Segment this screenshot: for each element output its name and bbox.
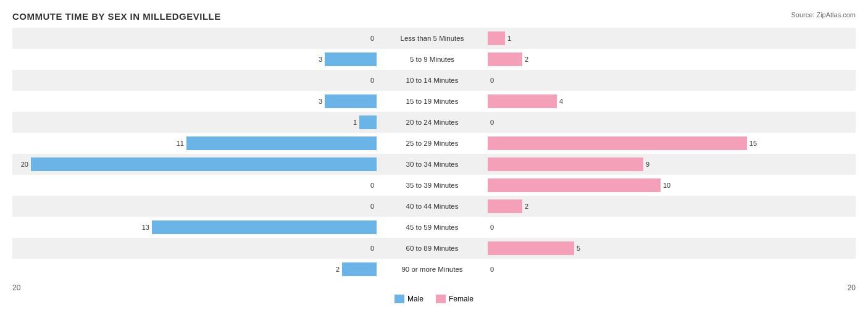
female-value: 15 bbox=[749, 140, 757, 147]
right-bar-area: 5 bbox=[488, 238, 852, 259]
row-label: Less than 5 Minutes bbox=[377, 35, 488, 42]
male-bar bbox=[152, 220, 377, 234]
axis-right: 20 bbox=[848, 283, 856, 292]
female-bar bbox=[488, 199, 522, 213]
row-label: 60 to 89 Minutes bbox=[377, 245, 488, 252]
female-value-zero: 0 bbox=[490, 119, 494, 126]
female-value: 1 bbox=[507, 35, 511, 42]
table-row: 290 or more Minutes0 bbox=[12, 259, 856, 280]
male-bar bbox=[186, 136, 377, 150]
right-bar-area: 1 bbox=[488, 28, 852, 49]
male-value: 3 bbox=[319, 98, 322, 105]
female-value: 10 bbox=[663, 182, 670, 189]
female-value: 4 bbox=[559, 98, 563, 105]
male-value-zero: 0 bbox=[370, 182, 374, 189]
male-value: 11 bbox=[177, 140, 184, 147]
chart-title: COMMUTE TIME BY SEX IN MILLEDGEVILLE bbox=[12, 11, 856, 22]
female-bar bbox=[488, 136, 747, 150]
table-row: 0Less than 5 Minutes1 bbox=[12, 28, 856, 49]
row-label: 25 to 29 Minutes bbox=[377, 140, 488, 147]
left-bar-area: 3 bbox=[12, 49, 377, 70]
row-label: 35 to 39 Minutes bbox=[377, 182, 488, 189]
table-row: 2030 to 34 Minutes9 bbox=[12, 154, 856, 175]
right-bar-area: 0 bbox=[488, 217, 852, 238]
left-bar-area: 1 bbox=[12, 112, 377, 133]
table-row: 35 to 9 Minutes2 bbox=[12, 49, 856, 70]
row-label: 15 to 19 Minutes bbox=[377, 98, 488, 105]
male-value: 1 bbox=[353, 119, 357, 126]
right-bar-area: 15 bbox=[488, 133, 852, 154]
row-label: 10 to 14 Minutes bbox=[377, 77, 488, 84]
table-row: 060 to 89 Minutes5 bbox=[12, 238, 856, 259]
left-bar-area: 0 bbox=[12, 70, 377, 91]
right-bar-area: 2 bbox=[488, 196, 852, 217]
legend-female-box bbox=[436, 295, 446, 303]
row-label: 90 or more Minutes bbox=[377, 266, 488, 273]
right-bar-area: 2 bbox=[488, 49, 852, 70]
female-bar bbox=[488, 178, 661, 192]
table-row: 1345 to 59 Minutes0 bbox=[12, 217, 856, 238]
male-value-zero: 0 bbox=[370, 35, 374, 42]
male-value: 2 bbox=[336, 266, 340, 273]
female-value: 2 bbox=[525, 56, 528, 63]
left-bar-area: 2 bbox=[12, 259, 377, 280]
male-value-zero: 0 bbox=[370, 203, 374, 210]
left-bar-area: 13 bbox=[12, 217, 377, 238]
chart-body: 0Less than 5 Minutes135 to 9 Minutes2010… bbox=[12, 28, 856, 280]
male-value: 13 bbox=[142, 224, 149, 231]
left-bar-area: 0 bbox=[12, 196, 377, 217]
row-label: 40 to 44 Minutes bbox=[377, 203, 488, 210]
legend-male: Male bbox=[394, 295, 424, 303]
bottom-section: 20 20 Male Female bbox=[12, 283, 856, 303]
female-value-zero: 0 bbox=[490, 224, 494, 231]
male-bar bbox=[342, 262, 377, 276]
female-value: 9 bbox=[646, 161, 649, 168]
male-bar bbox=[325, 52, 377, 66]
table-row: 1125 to 29 Minutes15 bbox=[12, 133, 856, 154]
table-row: 010 to 14 Minutes0 bbox=[12, 70, 856, 91]
female-bar bbox=[488, 94, 557, 108]
male-bar bbox=[31, 157, 377, 171]
female-value-zero: 0 bbox=[490, 77, 494, 84]
right-bar-area: 10 bbox=[488, 175, 852, 196]
male-bar bbox=[359, 115, 377, 129]
left-bar-area: 11 bbox=[12, 133, 377, 154]
female-value-zero: 0 bbox=[490, 266, 494, 273]
left-bar-area: 0 bbox=[12, 238, 377, 259]
chart-container: COMMUTE TIME BY SEX IN MILLEDGEVILLE Sou… bbox=[0, 0, 868, 323]
right-bar-area: 0 bbox=[488, 70, 852, 91]
female-value: 5 bbox=[577, 245, 580, 252]
female-value: 2 bbox=[525, 203, 528, 210]
legend-female: Female bbox=[436, 295, 474, 303]
male-bar bbox=[325, 94, 377, 108]
table-row: 120 to 24 Minutes0 bbox=[12, 112, 856, 133]
left-bar-area: 0 bbox=[12, 28, 377, 49]
axis-left: 20 bbox=[12, 283, 20, 292]
table-row: 035 to 39 Minutes10 bbox=[12, 175, 856, 196]
left-bar-area: 20 bbox=[12, 154, 377, 175]
table-row: 040 to 44 Minutes2 bbox=[12, 196, 856, 217]
legend-male-label: Male bbox=[407, 295, 424, 303]
row-label: 45 to 59 Minutes bbox=[377, 224, 488, 231]
female-bar bbox=[488, 157, 643, 171]
legend-female-label: Female bbox=[449, 295, 474, 303]
row-label: 5 to 9 Minutes bbox=[377, 56, 488, 63]
male-value: 3 bbox=[319, 56, 322, 63]
right-bar-area: 4 bbox=[488, 91, 852, 112]
legend: Male Female bbox=[12, 295, 856, 303]
left-bar-area: 0 bbox=[12, 175, 377, 196]
axis-labels: 20 20 bbox=[12, 283, 856, 292]
female-bar bbox=[488, 31, 505, 45]
male-value: 20 bbox=[21, 161, 28, 168]
right-bar-area: 0 bbox=[488, 112, 852, 133]
female-bar bbox=[488, 52, 522, 66]
female-bar bbox=[488, 241, 574, 255]
table-row: 315 to 19 Minutes4 bbox=[12, 91, 856, 112]
row-label: 20 to 24 Minutes bbox=[377, 119, 488, 126]
male-value-zero: 0 bbox=[370, 77, 374, 84]
legend-male-box bbox=[394, 295, 404, 303]
left-bar-area: 3 bbox=[12, 91, 377, 112]
source-label: Source: ZipAtlas.com bbox=[791, 11, 856, 19]
row-label: 30 to 34 Minutes bbox=[377, 161, 488, 168]
right-bar-area: 9 bbox=[488, 154, 852, 175]
